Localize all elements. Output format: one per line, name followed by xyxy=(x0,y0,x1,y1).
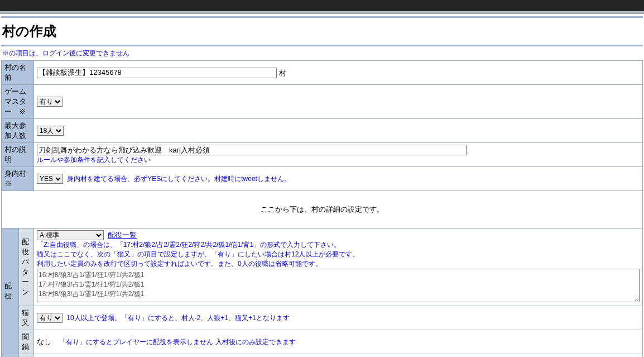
village-name-input[interactable] xyxy=(37,68,277,78)
max-players-select[interactable]: 18人 xyxy=(37,126,64,136)
pattern-select[interactable]: A:標準 xyxy=(37,230,104,240)
top-notice: ※の項目は、ログイン後に変更できません xyxy=(2,49,642,58)
nekomata-hint: 10人以上で登場。「有り」にすると、村人-2、人狼+1、猫又+1となります xyxy=(66,314,289,322)
pattern-note1: 「Z:自由役職」の場合は、「17:村2/狼2/占2/霊2/狂2/狩2/共2/狐1… xyxy=(37,241,340,249)
pattern-textarea[interactable]: 16:村8/狼3/占1/霊1/狂1/狩1/共2/狐1 17:村7/狼3/占1/霊… xyxy=(37,269,640,302)
label-private: 身内村 ※ xyxy=(2,167,34,191)
label-description: 村の説明 xyxy=(2,143,34,167)
description-input[interactable] xyxy=(37,145,467,155)
village-form-table: 村の名前 村 ゲームマスター ※ 有り 最大参加人数 18人 村の説明 ルールや… xyxy=(1,60,643,357)
top-dark-bar xyxy=(0,0,644,11)
private-select[interactable]: YES xyxy=(37,174,63,184)
label-night-time: 夜の時間 xyxy=(18,354,33,358)
label-yaminabe: 闇鍋 xyxy=(18,330,33,354)
label-village-name: 村の名前 xyxy=(2,61,34,85)
divider-under-title xyxy=(1,45,643,46)
top-gray-bar xyxy=(0,11,644,14)
section-header: ここから下は、村の詳細の設定です。 xyxy=(2,191,643,229)
private-hint: 身内村を建てる場合、必ずYESにしてください。村建時にtweetしません。 xyxy=(67,175,291,183)
pattern-list-link[interactable]: 配役一覧 xyxy=(108,231,137,239)
gamemaster-select[interactable]: 有り xyxy=(37,97,63,107)
yaminabe-value: なし xyxy=(37,337,51,346)
yaminabe-hint: 「有り」にするとプレイヤーに配役を表示しません 入村後にのみ設定できます xyxy=(59,338,295,346)
label-role-pattern: 配役パターン xyxy=(18,229,33,306)
pattern-note3: 利用したい定員のみを改行で区切って設定すればよいです。また、0人の役職は省略可能… xyxy=(37,260,322,268)
village-suffix: 村 xyxy=(279,68,286,77)
label-max-players: 最大参加人数 xyxy=(2,119,34,143)
nekomata-select[interactable]: 有り xyxy=(37,313,63,323)
pattern-note2: 猫又はここでなく、次の「猫又」の項目で設定しますが、「有り」にしたい場合は村12… xyxy=(37,250,359,258)
label-nekomata: 猫又 xyxy=(18,306,33,330)
page-title: 村の作成 xyxy=(2,22,642,40)
label-roles: 配役 xyxy=(2,229,19,354)
label-time: 時間 xyxy=(2,354,19,358)
divider-top xyxy=(1,16,643,18)
description-hint: ルールや参加条件を記入してください xyxy=(37,156,151,164)
label-gamemaster: ゲームマスター ※ xyxy=(2,85,34,119)
